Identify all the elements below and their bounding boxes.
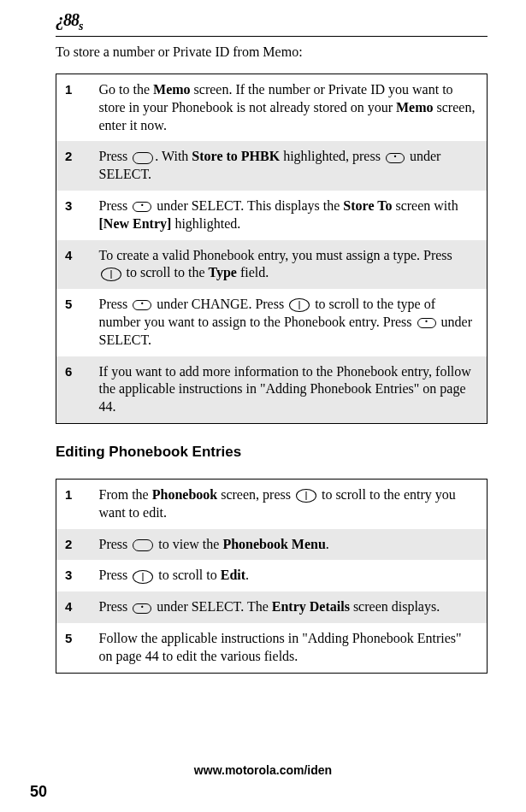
button-icon: [386, 153, 405, 163]
step-text: Press . With Store to PHBK highlighted, …: [91, 141, 488, 191]
step-number: 4: [56, 591, 91, 623]
step-number: 5: [56, 289, 91, 356]
table-row: 4To create a valid Phonebook entry, you …: [56, 240, 488, 290]
table1-body: 1Go to the Memo screen. If the number or…: [56, 74, 488, 423]
bold-term: Store To: [343, 198, 392, 213]
instruction-table-1: 1Go to the Memo screen. If the number or…: [56, 74, 488, 424]
step-text: Press under SELECT. The Entry Details sc…: [91, 591, 488, 623]
table-row: 6If you want to add more information to …: [56, 356, 488, 424]
table-row: 3Press to scroll to Edit.: [56, 560, 488, 591]
step-text: From the Phonebook screen, press to scro…: [91, 480, 488, 529]
bold-term: Memo: [396, 100, 434, 115]
page-number: 50: [30, 782, 47, 802]
header-logo: ¿88s: [56, 9, 488, 34]
step-text: To create a valid Phonebook entry, you m…: [91, 240, 488, 290]
logo-sub: s: [79, 20, 82, 32]
bold-term: [New Entry]: [99, 216, 172, 231]
step-number: 2: [56, 141, 91, 191]
step-number: 1: [56, 74, 91, 141]
scroll-icon: [133, 570, 153, 584]
bold-term: Phonebook Menu: [222, 537, 325, 551]
bold-term: Store to PHBK: [192, 149, 280, 163]
step-text: Go to the Memo screen. If the number or …: [91, 74, 488, 141]
bold-term: Phonebook: [152, 487, 217, 502]
scroll-icon: [289, 298, 310, 312]
step-text: If you want to add more information to t…: [91, 356, 488, 424]
bold-term: Type: [208, 265, 236, 279]
step-number: 5: [56, 623, 91, 673]
button-icon: [417, 318, 436, 328]
button-icon: [133, 202, 151, 212]
table-row: 5Press under CHANGE. Press to scroll to …: [56, 289, 488, 356]
step-text: Press under CHANGE. Press to scroll to t…: [91, 289, 488, 356]
step-text: Follow the applicable instructions in "A…: [91, 623, 488, 673]
table-row: 3Press under SELECT. This displays the S…: [56, 191, 488, 240]
bold-term: Edit: [221, 568, 245, 582]
step-number: 3: [56, 191, 91, 240]
table-row: 2Press to view the Phonebook Menu.: [56, 529, 488, 561]
table2-body: 1From the Phonebook screen, press to scr…: [56, 480, 488, 674]
table-row: 2Press . With Store to PHBK highlighted,…: [56, 141, 488, 191]
bold-term: Entry Details: [272, 599, 350, 614]
menu-icon: [133, 539, 153, 551]
footer-url: www.motorola.com/iden: [0, 762, 526, 778]
table-row: 4Press under SELECT. The Entry Details s…: [56, 591, 488, 623]
table-row: 1From the Phonebook screen, press to scr…: [56, 480, 488, 529]
step-number: 2: [56, 529, 91, 561]
logo-text: ¿88: [56, 10, 79, 29]
bold-term: Memo: [153, 82, 191, 97]
step-text: Press under SELECT. This displays the St…: [91, 191, 488, 240]
header-divider: [56, 36, 488, 37]
section-heading: Editing Phonebook Entries: [56, 443, 488, 462]
step-number: 4: [56, 240, 91, 290]
button-icon: [133, 300, 151, 310]
scroll-icon: [296, 489, 316, 503]
step-number: 3: [56, 560, 91, 591]
step-text: Press to view the Phonebook Menu.: [91, 529, 488, 561]
table-row: 1Go to the Memo screen. If the number or…: [56, 74, 488, 141]
step-text: Press to scroll to Edit.: [91, 560, 488, 591]
step-number: 6: [56, 356, 91, 424]
menu-icon: [133, 152, 153, 164]
step-number: 1: [56, 480, 91, 529]
button-icon: [133, 603, 151, 614]
scroll-icon: [101, 268, 121, 281]
instruction-table-2: 1From the Phonebook screen, press to scr…: [56, 479, 488, 674]
table-row: 5Follow the applicable instructions in "…: [56, 623, 488, 673]
intro-text: To store a number or Private ID from Mem…: [56, 44, 488, 62]
